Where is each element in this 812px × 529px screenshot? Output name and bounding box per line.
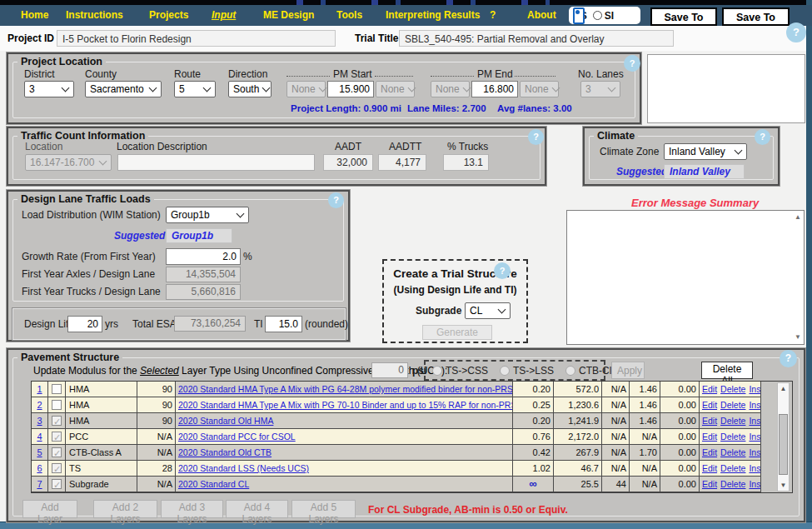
delete-link[interactable]: Delete (720, 429, 745, 444)
climate-zone-select[interactable]: Inland Valley (664, 143, 747, 160)
material-link[interactable]: 2020 Standard HMA Type A Mix with PG 70-… (178, 400, 513, 410)
pm-start-input[interactable]: 15.900 (327, 81, 374, 97)
project-location-help-icon[interactable]: ? (624, 55, 640, 72)
layer-number-link[interactable]: 3 (37, 416, 42, 426)
menu-item-about[interactable]: About (527, 5, 556, 26)
layer-number-link[interactable]: 2 (37, 400, 42, 410)
add-3-layers-button[interactable]: Add 3 Layers (161, 500, 223, 518)
direction-select[interactable]: South (228, 81, 271, 97)
design-loads-help-icon[interactable]: ? (328, 192, 344, 208)
layer-checkbox[interactable] (52, 463, 62, 473)
climate-title: Climate (594, 130, 638, 142)
edit-link[interactable]: Edit (702, 382, 717, 397)
layer-number-link[interactable]: 6 (37, 463, 42, 473)
climate-help-icon[interactable]: ? (755, 129, 770, 145)
delete-link[interactable]: Delete (720, 397, 745, 412)
layer-material-cell: 2020 Standard LSS (Needs UCS) (176, 461, 513, 477)
layer-number-cell: 1 (32, 382, 48, 397)
page-help-icon[interactable]: ? (786, 22, 806, 42)
layer-thickness-cell: ∞ (513, 477, 554, 492)
scroll-up-icon[interactable]: ▲ (778, 383, 789, 394)
scroll-up-icon[interactable]: ▲ (795, 214, 801, 221)
error-summary-title: Error Message Summary (631, 197, 759, 209)
ucs-input[interactable]: 0 (371, 362, 408, 378)
add-layer-button[interactable]: Add Layer (22, 500, 77, 518)
pavement-help-icon[interactable]: ? (780, 350, 797, 367)
delete-link[interactable]: Delete (720, 477, 745, 492)
design-life-input[interactable]: 20 (67, 316, 102, 332)
radio-ts-lss[interactable]: TS->LSS (500, 365, 554, 377)
scroll-down-icon[interactable]: ▼ (778, 480, 789, 491)
county-select[interactable]: Sacramento (85, 81, 162, 97)
delete-link[interactable]: Delete (720, 461, 745, 476)
trial-structure-help-icon[interactable]: ? (494, 262, 511, 279)
layer-type-cell: CTB-Class A (66, 445, 137, 461)
layer-checkbox[interactable] (52, 447, 62, 457)
material-link[interactable]: 2020 Standard HMA Type A Mix with PG 64-… (178, 384, 513, 394)
material-link[interactable]: 2020 Standard Old HMA (178, 416, 273, 426)
traffic-help-icon[interactable]: ? (528, 129, 544, 145)
edit-link[interactable]: Edit (702, 445, 717, 460)
material-link[interactable]: 2020 Standard CL (178, 479, 249, 489)
table-row: 1HMA902020 Standard HMA Type A Mix with … (32, 382, 792, 397)
layer-checkbox[interactable] (52, 400, 62, 410)
material-link[interactable]: 2020 Standard Old CTB (178, 447, 271, 457)
edit-link[interactable]: Edit (702, 397, 717, 412)
layer-number-link[interactable]: 7 (37, 479, 42, 489)
add-2-layers-button[interactable]: Add 2 Layers (93, 500, 157, 518)
growth-rate-unit: % (243, 251, 252, 262)
edit-link[interactable]: Edit (702, 429, 717, 444)
route-select[interactable]: 5 (174, 81, 216, 97)
us-radio[interactable] (573, 7, 585, 24)
pm-end-input[interactable]: 16.800 (471, 81, 518, 97)
edit-link[interactable]: Edit (702, 477, 717, 492)
apply-button[interactable]: Apply (611, 362, 645, 379)
add-5-layers-button[interactable]: Add 5 Layers (291, 500, 356, 518)
menu-item-instructions[interactable]: Instructions (66, 5, 123, 26)
material-link[interactable]: 2020 Standard LSS (Needs UCS) (178, 463, 309, 473)
menu-item-projects[interactable]: Projects (149, 5, 188, 26)
ti-rounded-label: (rounded) (305, 318, 348, 330)
layer-number-link[interactable]: 5 (37, 447, 42, 457)
material-link[interactable]: 2020 Standard PCC for CSOL (178, 432, 296, 442)
layer-checkbox[interactable] (52, 432, 62, 442)
wim-select[interactable]: Group1b (166, 207, 249, 223)
delete-link[interactable]: Delete (720, 445, 745, 460)
table-scrollbar[interactable]: ▲ ▼ (777, 382, 790, 492)
menu-item-tools[interactable]: Tools (336, 5, 362, 26)
save-to-db-button[interactable]: Save To DB (650, 7, 717, 26)
si-radio[interactable] (593, 11, 602, 20)
layer-number-link[interactable]: 4 (37, 432, 42, 442)
delete-link[interactable]: Delete (720, 413, 745, 428)
save-to-file-button[interactable]: Save To File (722, 7, 790, 26)
location-description-input[interactable] (117, 154, 315, 171)
subgrade-select[interactable]: CL (465, 302, 511, 319)
menu-item-me-design[interactable]: ME Design (263, 5, 314, 26)
trial-title-input[interactable]: SBL3_540-495: Partial Removal and Overla… (399, 30, 674, 47)
layer-checkbox[interactable] (52, 416, 62, 426)
edit-link[interactable]: Edit (702, 413, 717, 428)
menu-item-input[interactable]: Input (212, 5, 236, 26)
district-select[interactable]: 3 (24, 81, 74, 97)
edit-link[interactable]: Edit (702, 461, 717, 476)
scroll-down-icon[interactable]: ▼ (795, 334, 801, 341)
growth-rate-input[interactable]: 2.0 (166, 248, 241, 265)
menu-item-interpreting-results[interactable]: Interpreting Results (386, 5, 480, 26)
project-id-input[interactable]: I-5 Pocket to Florin Redesign (57, 30, 336, 47)
layer-number-link[interactable]: 1 (37, 384, 42, 394)
menu-item-home[interactable]: Home (21, 5, 48, 26)
delete-link[interactable]: Delete (720, 382, 745, 397)
ti-input[interactable]: 15.0 (265, 316, 302, 332)
delete-all-button[interactable]: Delete All (701, 362, 753, 379)
error-message-list[interactable]: ▲ ▼ (566, 210, 805, 345)
generate-button[interactable]: Generate (422, 325, 492, 340)
radio-ts-css[interactable]: TS->CSS (432, 365, 488, 377)
units-toggle[interactable]: US SI (569, 7, 640, 24)
chevron-down-icon (62, 84, 70, 92)
scroll-thumb[interactable] (779, 414, 788, 475)
layer-checkbox[interactable] (52, 384, 62, 394)
layer-checkbox[interactable] (52, 479, 62, 489)
chevron-down-icon (318, 84, 326, 92)
add-4-layers-button[interactable]: Add 4 Layers (226, 500, 288, 518)
menu-item-help[interactable]: ? (490, 5, 496, 26)
